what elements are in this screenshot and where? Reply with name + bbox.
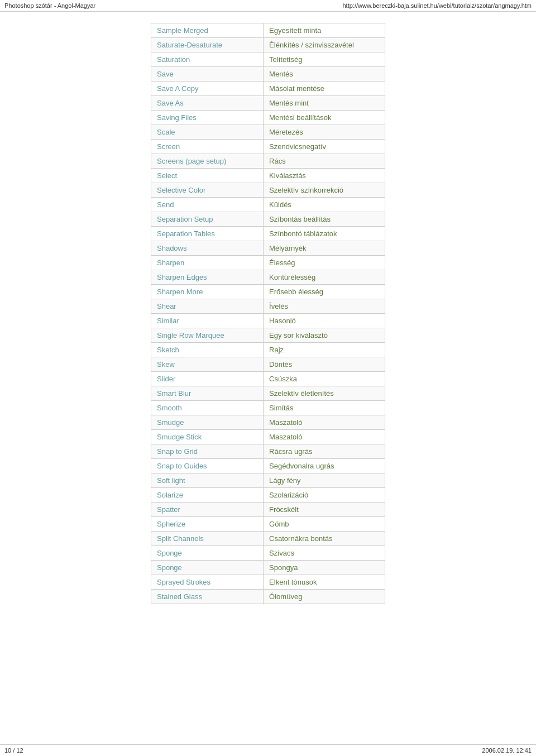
hungarian-term: Mentési beállítások bbox=[264, 111, 385, 125]
main-content: Sample MergedEgyesített mintaSaturate-De… bbox=[0, 12, 536, 615]
hungarian-term: Ólomüveg bbox=[264, 590, 385, 604]
english-term: Separation Tables bbox=[151, 227, 264, 241]
table-row: SkewDöntés bbox=[151, 357, 385, 372]
english-term: Similar bbox=[151, 314, 264, 328]
hungarian-term: Csúszka bbox=[264, 372, 385, 386]
table-row: SolarizeSzolarizáció bbox=[151, 488, 385, 503]
table-row: Single Row MarqueeEgy sor kiválasztó bbox=[151, 328, 385, 343]
table-row: SelectKiválasztás bbox=[151, 169, 385, 183]
table-row: SliderCsúszka bbox=[151, 372, 385, 386]
table-row: Sharpen EdgesKontúrélesség bbox=[151, 270, 385, 285]
table-row: SmoothSimítás bbox=[151, 401, 385, 415]
table-row: SimilarHasonló bbox=[151, 314, 385, 328]
hungarian-term: Hasonló bbox=[264, 314, 385, 328]
hungarian-term: Gömb bbox=[264, 517, 385, 532]
table-row: Selective ColorSzelektív színkorrekció bbox=[151, 183, 385, 198]
table-row: Separation TablesSzínbontó táblázatok bbox=[151, 227, 385, 241]
english-term: Spatter bbox=[151, 503, 264, 517]
english-term: Sharpen Edges bbox=[151, 270, 264, 285]
hungarian-term: Szíbontás beállítás bbox=[264, 212, 385, 227]
top-bar: Photoshop szótár - Angol-Magyar http://w… bbox=[0, 0, 536, 12]
hungarian-term: Mélyárnyék bbox=[264, 241, 385, 256]
english-term: Split Channels bbox=[151, 532, 264, 546]
table-row: Save A CopyMásolat mentése bbox=[151, 82, 385, 96]
english-term: Stained Glass bbox=[151, 590, 264, 604]
hungarian-term: Csatornákra bontás bbox=[264, 532, 385, 546]
english-term: Sprayed Strokes bbox=[151, 575, 264, 590]
hungarian-term: Telítettség bbox=[264, 52, 385, 67]
table-row: SmudgeMaszatoló bbox=[151, 415, 385, 430]
table-row: Snap to GridRácsra ugrás bbox=[151, 444, 385, 459]
english-term: Screens (page setup) bbox=[151, 154, 264, 169]
hungarian-term: Szelektív színkorrekció bbox=[264, 183, 385, 198]
table-row: Smudge StickMaszatoló bbox=[151, 430, 385, 444]
hungarian-term: Maszatoló bbox=[264, 415, 385, 430]
hungarian-term: Másolat mentése bbox=[264, 82, 385, 96]
english-term: Smart Blur bbox=[151, 386, 264, 401]
english-term: Saturation bbox=[151, 52, 264, 67]
hungarian-term: Egyesített minta bbox=[264, 23, 385, 38]
table-row: Snap to GuidesSegédvonalra ugrás bbox=[151, 459, 385, 473]
english-term: Smudge bbox=[151, 415, 264, 430]
hungarian-term: Szelektív életlenítés bbox=[264, 386, 385, 401]
hungarian-term: Méretezés bbox=[264, 125, 385, 140]
english-term: Single Row Marquee bbox=[151, 328, 264, 343]
table-row: Separation SetupSzíbontás beállítás bbox=[151, 212, 385, 227]
table-row: ShadowsMélyárnyék bbox=[151, 241, 385, 256]
table-row: Saturate-DesaturateÉlénkítés / színvissz… bbox=[151, 38, 385, 52]
hungarian-term: Erősebb élesség bbox=[264, 285, 385, 299]
hungarian-term: Döntés bbox=[264, 357, 385, 372]
hungarian-term: Kontúrélesség bbox=[264, 270, 385, 285]
table-row: Saving FilesMentési beállítások bbox=[151, 111, 385, 125]
english-term: Select bbox=[151, 169, 264, 183]
english-term: Save bbox=[151, 67, 264, 82]
hungarian-term: Szolarizáció bbox=[264, 488, 385, 503]
hungarian-term: Simítás bbox=[264, 401, 385, 415]
english-term: Save As bbox=[151, 96, 264, 111]
hungarian-term: Rajz bbox=[264, 343, 385, 357]
hungarian-term: Egy sor kiválasztó bbox=[264, 328, 385, 343]
hungarian-term: Mentés mint bbox=[264, 96, 385, 111]
hungarian-term: Spongya bbox=[264, 561, 385, 575]
english-term: Separation Setup bbox=[151, 212, 264, 227]
english-term: Send bbox=[151, 198, 264, 212]
english-term: Sponge bbox=[151, 546, 264, 561]
hungarian-term: Szivacs bbox=[264, 546, 385, 561]
table-row: SaturationTelítettség bbox=[151, 52, 385, 67]
table-row: ShearÍvelés bbox=[151, 299, 385, 314]
table-row: ScreenSzendvicsnegatív bbox=[151, 140, 385, 154]
table-row: SketchRajz bbox=[151, 343, 385, 357]
english-term: Sketch bbox=[151, 343, 264, 357]
page-url: http://www.bereczki-baja.sulinet.hu/webi… bbox=[342, 2, 532, 9]
table-row: Sample MergedEgyesített minta bbox=[151, 23, 385, 38]
table-row: Screens (page setup)Rács bbox=[151, 154, 385, 169]
page-title: Photoshop szótár - Angol-Magyar bbox=[4, 2, 95, 9]
english-term: Saturate-Desaturate bbox=[151, 38, 264, 52]
english-term: Spherize bbox=[151, 517, 264, 532]
table-row: SpongeSzivacs bbox=[151, 546, 385, 561]
table-row: Save AsMentés mint bbox=[151, 96, 385, 111]
english-term: Sharpen bbox=[151, 256, 264, 270]
english-term: Smudge Stick bbox=[151, 430, 264, 444]
table-row: ScaleMéretezés bbox=[151, 125, 385, 140]
hungarian-term: Kiválasztás bbox=[264, 169, 385, 183]
table-row: SendKüldés bbox=[151, 198, 385, 212]
table-row: Soft lightLágy fény bbox=[151, 473, 385, 488]
english-term: Slider bbox=[151, 372, 264, 386]
english-term: Sharpen More bbox=[151, 285, 264, 299]
hungarian-term: Színbontó táblázatok bbox=[264, 227, 385, 241]
hungarian-term: Mentés bbox=[264, 67, 385, 82]
english-term: Scale bbox=[151, 125, 264, 140]
hungarian-term: Élesség bbox=[264, 256, 385, 270]
table-row: SpongeSpongya bbox=[151, 561, 385, 575]
english-term: Screen bbox=[151, 140, 264, 154]
hungarian-term: Élénkítés / színvisszavétel bbox=[264, 38, 385, 52]
english-term: Snap to Grid bbox=[151, 444, 264, 459]
english-term: Soft light bbox=[151, 473, 264, 488]
hungarian-term: Segédvonalra ugrás bbox=[264, 459, 385, 473]
english-term: Shadows bbox=[151, 241, 264, 256]
table-row: SharpenÉlesség bbox=[151, 256, 385, 270]
hungarian-term: Maszatoló bbox=[264, 430, 385, 444]
hungarian-term: Küldés bbox=[264, 198, 385, 212]
table-row: Stained GlassÓlomüveg bbox=[151, 590, 385, 604]
